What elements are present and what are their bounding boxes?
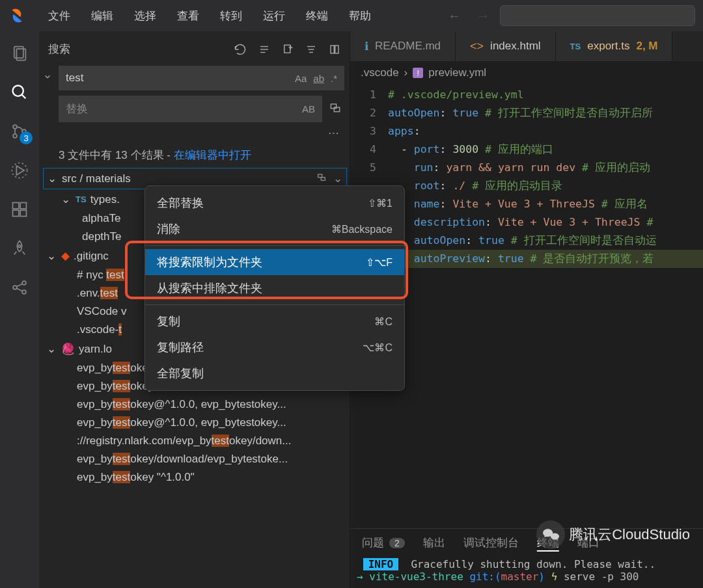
- cm-replace-all[interactable]: 全部替换⇧⌘1: [145, 190, 404, 216]
- svg-point-15: [22, 281, 26, 285]
- context-menu: 全部替换⇧⌘1 消除⌘Backspace 将搜索限制为文件夹⇧⌥F 从搜索中排除…: [145, 185, 405, 391]
- svg-rect-29: [335, 46, 338, 53]
- panel-title: 搜索: [48, 42, 70, 57]
- svg-marker-7: [16, 166, 24, 175]
- view-icon[interactable]: [329, 43, 340, 56]
- match-row[interactable]: evp_bytestokey@^1.0.0, evp_bytestokey...: [43, 395, 347, 414]
- extensions-icon[interactable]: [9, 199, 30, 220]
- activity-bar: 3: [0, 31, 39, 588]
- chevron-down-icon: ⌄: [46, 249, 57, 263]
- refresh-icon[interactable]: [234, 43, 247, 56]
- menu-view[interactable]: 查看: [168, 5, 208, 27]
- svg-rect-11: [13, 210, 19, 216]
- chevron-down-icon: ⌄: [46, 342, 57, 356]
- whole-word-toggle[interactable]: ab: [313, 73, 324, 84]
- match-case-toggle[interactable]: Aa: [295, 73, 307, 84]
- tab-export[interactable]: TS export.ts 2, M: [556, 31, 673, 61]
- replace-all-icon[interactable]: [326, 101, 344, 117]
- svg-point-13: [18, 245, 21, 248]
- menu-goto[interactable]: 转到: [211, 5, 251, 27]
- open-in-editor-link[interactable]: 在编辑器中打开: [174, 149, 251, 161]
- menu-terminal[interactable]: 终端: [297, 5, 337, 27]
- ts-file-icon: TS: [570, 42, 581, 51]
- svg-point-2: [13, 86, 23, 96]
- explorer-icon[interactable]: [9, 43, 30, 64]
- command-center-input[interactable]: [500, 5, 695, 26]
- terminal[interactable]: INFO Gracefully shutting down. Please wa…: [350, 557, 703, 588]
- svg-rect-32: [318, 174, 322, 178]
- results-summary: 3 文件中有 13 个结果 - 在编辑器中打开: [39, 144, 350, 168]
- svg-rect-22: [284, 45, 290, 53]
- search-query: test: [66, 72, 83, 85]
- wechat-icon: [536, 520, 565, 549]
- menu-edit[interactable]: 编辑: [82, 5, 122, 27]
- svg-rect-9: [13, 203, 19, 209]
- svg-rect-12: [20, 210, 26, 216]
- chevron-down-icon: ⌄: [46, 172, 58, 185]
- chevron-down-icon: ⌄: [60, 193, 72, 206]
- titlebar: 文件 编辑 选择 查看 转到 运行 终端 帮助 ← →: [0, 0, 703, 31]
- search-icon[interactable]: [9, 82, 30, 103]
- launch-icon[interactable]: [9, 238, 30, 259]
- svg-point-4: [13, 125, 17, 129]
- share-icon[interactable]: [9, 277, 30, 298]
- preserve-case-toggle[interactable]: AB: [302, 103, 315, 114]
- match-row[interactable]: evp_bytestokey/download/evp_bytestoke...: [43, 450, 347, 468]
- regex-toggle[interactable]: .*: [331, 73, 337, 84]
- editor-tabs: ℹREADME.md <>index.html TS export.ts 2, …: [350, 31, 703, 61]
- menu-file[interactable]: 文件: [39, 5, 79, 27]
- menu-help[interactable]: 帮助: [340, 5, 380, 27]
- nav-back-icon[interactable]: ←: [443, 6, 466, 26]
- menu-run[interactable]: 运行: [254, 5, 294, 27]
- collapse-replace-toggle[interactable]: [40, 72, 55, 85]
- collapse-icon[interactable]: [305, 43, 317, 56]
- dismiss-file-icon[interactable]: ⌄: [333, 172, 342, 185]
- replace-file-icon[interactable]: [316, 172, 327, 185]
- svg-line-18: [16, 288, 22, 291]
- ts-file-icon: TS: [76, 194, 87, 204]
- git-file-icon: ◆: [61, 249, 70, 263]
- match-row[interactable]: evp_bytestokey "^1.0.0": [43, 468, 347, 487]
- menu-select[interactable]: 选择: [125, 5, 165, 27]
- svg-line-3: [22, 95, 26, 99]
- yaml-file-icon: !: [413, 68, 423, 78]
- svg-line-17: [16, 284, 22, 287]
- toggle-details-icon[interactable]: ⋯: [39, 125, 350, 144]
- new-file-icon[interactable]: [282, 43, 294, 56]
- replace-input[interactable]: 替换 AB: [59, 96, 322, 122]
- app-logo: [8, 7, 26, 25]
- cm-exclude-folder[interactable]: 从搜索中排除文件夹: [145, 275, 404, 301]
- nav-forward-icon[interactable]: →: [471, 6, 495, 26]
- source-control-icon[interactable]: 3: [9, 121, 30, 142]
- cm-copy[interactable]: 复制⌘C: [145, 308, 404, 334]
- search-input[interactable]: test Aa ab .*: [59, 66, 344, 90]
- cm-restrict-folder[interactable]: 将搜索限制为文件夹⇧⌥F: [145, 249, 404, 275]
- cm-copy-path[interactable]: 复制路径⌥⌘C: [145, 334, 404, 360]
- svg-rect-33: [321, 178, 325, 181]
- tab-index[interactable]: <>index.html: [456, 31, 556, 61]
- replace-placeholder: 替换: [66, 101, 88, 116]
- match-row[interactable]: evp_bytestokey@^1.0.0, evp_bytestokey...: [43, 414, 347, 432]
- match-row[interactable]: ://registry.nlark.com/evp_bytestokey/dow…: [43, 432, 347, 450]
- svg-rect-10: [20, 203, 26, 209]
- breadcrumb[interactable]: .vscode› ! preview.yml: [350, 61, 703, 83]
- svg-point-16: [22, 290, 26, 294]
- html-file-icon: <>: [470, 40, 484, 53]
- clear-icon[interactable]: [258, 43, 270, 56]
- svg-point-5: [13, 134, 17, 138]
- debug-icon[interactable]: [9, 160, 30, 181]
- scm-badge: 3: [20, 131, 33, 144]
- cm-dismiss[interactable]: 消除⌘Backspace: [145, 216, 404, 242]
- svg-point-14: [13, 286, 17, 289]
- panel-tab-debug-console[interactable]: 调试控制台: [463, 535, 519, 550]
- watermark: 腾讯云CloudStudio: [536, 520, 690, 549]
- panel-tab-problems[interactable]: 问题2: [362, 535, 405, 550]
- cm-copy-all[interactable]: 全部复制: [145, 360, 404, 386]
- tab-readme[interactable]: ℹREADME.md: [350, 31, 456, 61]
- lock-file-icon: 🧶: [61, 342, 75, 356]
- panel-tab-output[interactable]: 输出: [423, 535, 445, 550]
- svg-rect-28: [331, 46, 334, 53]
